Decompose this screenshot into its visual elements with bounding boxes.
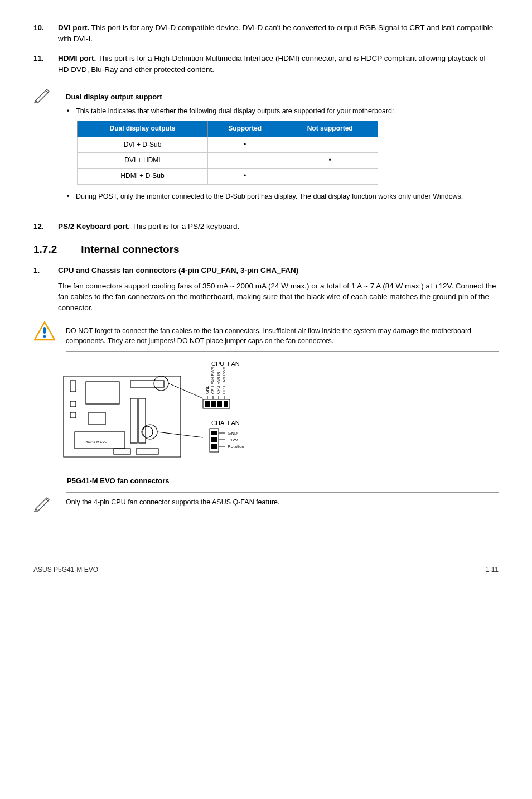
svg-rect-7 <box>130 381 164 387</box>
item-text: This port is for a PS/2 keyboard. <box>130 222 239 230</box>
item-title: PS/2 Keyboard port. <box>58 222 130 230</box>
note-dual-display: Dual display output support • This table… <box>33 84 499 211</box>
footnote-block: Only the 4-pin CPU fan connector support… <box>33 492 499 516</box>
table-header: Dual display outputs <box>78 121 208 137</box>
pencil-icon <box>33 84 56 107</box>
table-header: Supported <box>207 121 282 137</box>
svg-point-11 <box>142 426 153 437</box>
page-footer: ASUS P5G41-M EVO 1-11 <box>33 565 499 575</box>
list-item-11: 11. HDMI port. This port is for a High-D… <box>33 53 499 75</box>
table-cell: DVI + D-Sub <box>78 137 208 152</box>
svg-text:+12V: +12V <box>228 437 239 442</box>
divider <box>66 205 499 205</box>
svg-rect-8 <box>130 398 137 443</box>
footnote-text: Only the 4-pin CPU fan connector support… <box>66 492 499 512</box>
table-cell <box>282 169 378 184</box>
item-body: DVI port. This port is for any DVI-D com… <box>58 22 499 44</box>
table-cell <box>207 153 282 169</box>
table-cell: DVI + HDMI <box>78 153 208 169</box>
svg-rect-3 <box>70 401 76 407</box>
table-row: DVI + HDMI • <box>78 153 378 169</box>
table-cell: HDMI + D-Sub <box>78 169 208 184</box>
svg-rect-2 <box>70 381 76 392</box>
table-cell <box>282 137 378 152</box>
fan-connector-diagram: P5G41-M EVO CPU_FAN GND CPU FAN PWR CPU … <box>58 359 499 474</box>
footer-right: 1-11 <box>485 565 499 575</box>
cha-fan-label: CHA_FAN <box>211 420 240 426</box>
svg-text:CPU FAN PWM: CPU FAN PWM <box>222 366 226 394</box>
svg-rect-35 <box>211 444 217 449</box>
item-body: HDMI port. This port is for a High-Defin… <box>58 53 499 75</box>
table-row: HDMI + D-Sub • <box>78 169 378 184</box>
table-cell: • <box>207 169 282 184</box>
svg-text:CPU FAN PWR: CPU FAN PWR <box>211 367 215 394</box>
svg-text:Rotation: Rotation <box>228 444 244 449</box>
svg-rect-0 <box>43 327 46 334</box>
item-number: 1. <box>33 265 50 313</box>
table-header: Not supported <box>282 121 378 137</box>
cpu-fan-label: CPU_FAN <box>211 360 240 367</box>
svg-rect-34 <box>211 437 217 442</box>
item-body: CPU and Chassis fan connectors (4-pin CP… <box>58 265 499 313</box>
caution-text: DO NOT forget to connect the fan cables … <box>66 321 499 351</box>
svg-rect-30 <box>217 401 222 407</box>
dual-display-table: Dual display outputs Supported Not suppo… <box>77 121 378 185</box>
item-title: CPU and Chassis fan connectors (4-pin CP… <box>58 265 499 276</box>
table-cell: • <box>282 153 378 169</box>
list-item-10: 10. DVI port. This port is for any DVI-D… <box>33 22 499 44</box>
footer-left: ASUS P5G41-M EVO <box>33 565 98 575</box>
svg-text:P5G41-M EVO: P5G41-M EVO <box>85 440 107 444</box>
svg-rect-6 <box>89 412 105 425</box>
item-number: 10. <box>33 22 50 44</box>
svg-text:CPU FAN IN: CPU FAN IN <box>216 372 220 393</box>
svg-text:GND: GND <box>205 385 209 394</box>
note-content: Dual display output support • This table… <box>66 84 499 211</box>
svg-rect-31 <box>224 401 228 407</box>
table-header-row: Dual display outputs Supported Not suppo… <box>78 121 378 137</box>
svg-rect-28 <box>205 401 210 407</box>
svg-text:GND: GND <box>228 431 238 436</box>
list-item-12: 12. PS/2 Keyboard port. This port is for… <box>33 221 499 232</box>
bullet-text: During POST, only the monitor connected … <box>76 191 463 201</box>
pencil-icon <box>33 492 56 516</box>
svg-point-1 <box>43 335 46 338</box>
note-bullet-1: • This table indicates that whether the … <box>66 106 499 116</box>
diagram-caption: P5G41-M EVO fan connectors <box>67 476 499 487</box>
item-text: This port is for a High-Definition Multi… <box>58 54 486 74</box>
divider <box>66 86 499 86</box>
svg-rect-33 <box>211 431 217 435</box>
section-title: Internal connectors <box>81 243 179 255</box>
item-title: HDMI port. <box>58 54 96 62</box>
svg-rect-29 <box>211 401 216 407</box>
bullet-text: This table indicates that whether the fo… <box>76 106 394 116</box>
item-body: PS/2 Keyboard port. This port is for a P… <box>58 221 499 232</box>
svg-point-15 <box>154 376 168 391</box>
item-number: 11. <box>33 53 50 75</box>
svg-line-18 <box>157 432 203 437</box>
item-text: The fan connectors support cooling fans … <box>58 281 499 314</box>
svg-rect-5 <box>86 382 119 404</box>
section-number: 1.7.2 <box>33 242 78 257</box>
svg-rect-12 <box>114 449 130 454</box>
svg-line-16 <box>168 383 203 398</box>
item-title: DVI port. <box>58 23 89 32</box>
svg-rect-4 <box>70 412 76 418</box>
connector-item-1: 1. CPU and Chassis fan connectors (4-pin… <box>33 265 499 313</box>
note-bullet-2: • During POST, only the monitor connecte… <box>66 191 499 201</box>
warning-icon <box>33 321 56 344</box>
section-heading: 1.7.2 Internal connectors <box>33 242 499 257</box>
item-text: This port is for any DVI-D compatible de… <box>58 23 493 43</box>
table-cell: • <box>207 137 282 152</box>
bullet-dot: • <box>66 191 70 201</box>
table-row: DVI + D-Sub • <box>78 137 378 152</box>
item-number: 12. <box>33 221 50 232</box>
bullet-dot: • <box>66 106 70 116</box>
svg-rect-13 <box>136 449 158 454</box>
note-title: Dual display output support <box>66 92 499 103</box>
caution-block: DO NOT forget to connect the fan cables … <box>33 321 499 351</box>
